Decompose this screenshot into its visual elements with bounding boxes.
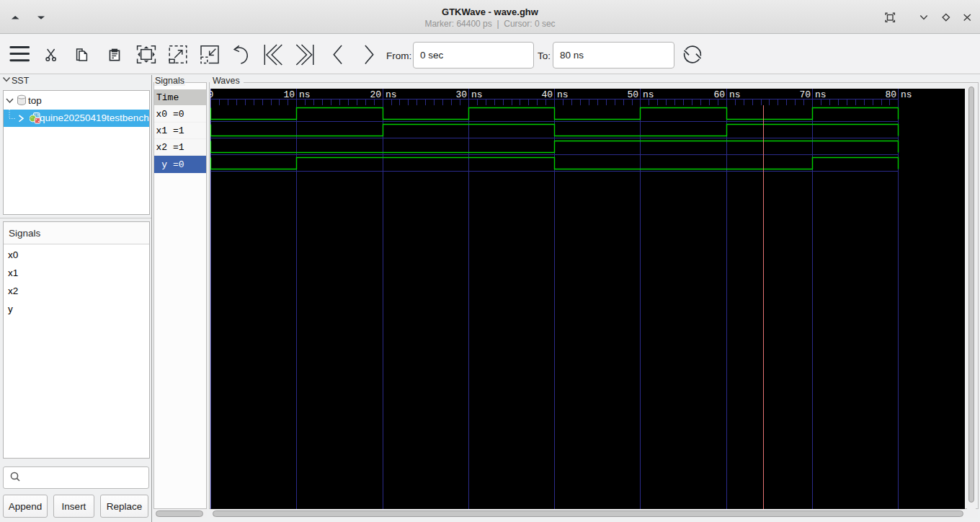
svg-text:ns: ns <box>729 89 741 100</box>
svg-text:40: 40 <box>541 89 553 100</box>
svg-text:ns: ns <box>386 89 397 100</box>
svg-text:30: 30 <box>455 89 467 100</box>
svg-text:50: 50 <box>627 89 638 100</box>
svg-text:ns: ns <box>471 89 483 100</box>
svg-text:70: 70 <box>799 89 811 100</box>
svg-text:ns: ns <box>299 89 311 100</box>
svg-text:ns: ns <box>557 89 569 100</box>
svg-text:60: 60 <box>713 89 725 100</box>
svg-text:10: 10 <box>283 89 295 100</box>
svg-text:ns: ns <box>643 89 654 100</box>
svg-text:20: 20 <box>370 89 381 100</box>
svg-text:80: 80 <box>885 89 896 100</box>
svg-text:ns: ns <box>901 89 912 100</box>
svg-text:ns: ns <box>815 89 827 100</box>
svg-text:0: 0 <box>210 89 213 100</box>
